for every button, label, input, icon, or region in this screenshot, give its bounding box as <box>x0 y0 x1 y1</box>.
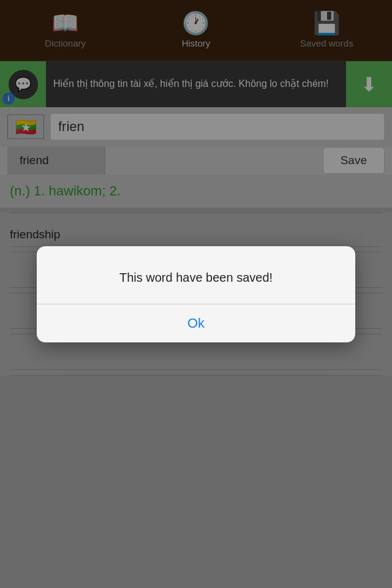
dialog-message: This word have been saved! <box>37 246 355 304</box>
dialog-overlay: This word have been saved! Ok <box>0 0 392 588</box>
saved-dialog: This word have been saved! Ok <box>37 246 355 342</box>
dialog-ok-button[interactable]: Ok <box>37 304 355 342</box>
